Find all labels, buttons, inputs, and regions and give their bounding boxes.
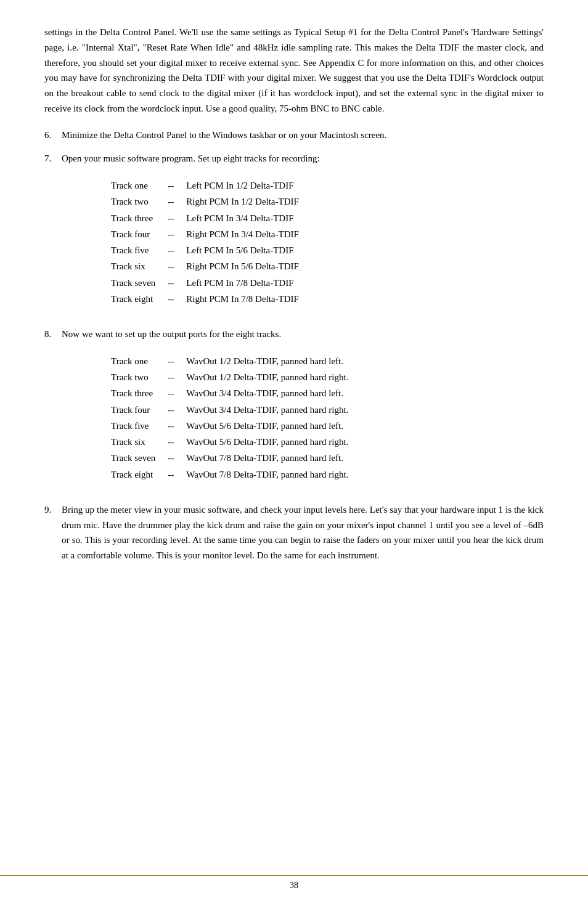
track-value: Left PCM In 1/2 Delta-TDIF xyxy=(186,177,299,194)
track-name: Track eight xyxy=(111,467,168,483)
track-sep: -- xyxy=(168,369,186,385)
track-row: Track two -- WavOut 1/2 Delta-TDIF, pann… xyxy=(111,369,348,385)
track-row: Track one -- Left PCM In 1/2 Delta-TDIF xyxy=(111,177,299,194)
track-row: Track five -- Left PCM In 5/6 Delta-TDIF xyxy=(111,242,299,258)
page-number: 38 xyxy=(290,881,298,890)
track-row: Track three -- WavOut 3/4 Delta-TDIF, pa… xyxy=(111,385,348,401)
track-row: Track seven -- Left PCM In 7/8 Delta-TDI… xyxy=(111,275,299,291)
track-row: Track two -- Right PCM In 1/2 Delta-TDIF xyxy=(111,194,299,210)
track-name: Track four xyxy=(111,402,168,418)
track-sep: -- xyxy=(168,194,186,210)
track-row: Track one -- WavOut 1/2 Delta-TDIF, pann… xyxy=(111,353,348,369)
track-name: Track five xyxy=(111,418,168,434)
track-sep: -- xyxy=(168,467,186,483)
list-item-9: 9. Bring up the meter view in your music… xyxy=(44,502,544,563)
track-name: Track one xyxy=(111,177,168,194)
item-7-text: Open your music software program. Set up… xyxy=(62,151,544,318)
numbered-list: 6. Minimize the Delta Control Panel to t… xyxy=(44,128,544,563)
track-sep: -- xyxy=(168,385,186,401)
track-sep: -- xyxy=(168,226,186,242)
track-sep: -- xyxy=(168,353,186,369)
track-value: Right PCM In 7/8 Delta-TDIF xyxy=(186,291,299,307)
page-footer: 38 xyxy=(0,875,588,891)
track-value: WavOut 3/4 Delta-TDIF, panned hard left. xyxy=(186,385,348,401)
output-tracks-table: Track one -- WavOut 1/2 Delta-TDIF, pann… xyxy=(111,353,348,483)
track-sep: -- xyxy=(168,434,186,450)
track-sep: -- xyxy=(168,402,186,418)
item-8-number: 8. xyxy=(44,327,62,494)
item-7-number: 7. xyxy=(44,151,62,318)
track-name: Track four xyxy=(111,226,168,242)
track-sep: -- xyxy=(168,258,186,274)
track-name: Track eight xyxy=(111,291,168,307)
track-sep: -- xyxy=(168,242,186,258)
track-value: WavOut 5/6 Delta-TDIF, panned hard right… xyxy=(186,434,348,450)
track-value: Right PCM In 3/4 Delta-TDIF xyxy=(186,226,299,242)
track-value: WavOut 5/6 Delta-TDIF, panned hard left. xyxy=(186,418,348,434)
track-row: Track eight -- WavOut 7/8 Delta-TDIF, pa… xyxy=(111,467,348,483)
track-row: Track seven -- WavOut 7/8 Delta-TDIF, pa… xyxy=(111,450,348,466)
track-value: Right PCM In 5/6 Delta-TDIF xyxy=(186,258,299,274)
item-9-text: Bring up the meter view in your music so… xyxy=(62,502,544,563)
track-name: Track five xyxy=(111,242,168,258)
list-item-6: 6. Minimize the Delta Control Panel to t… xyxy=(44,128,544,143)
track-row: Track three -- Left PCM In 3/4 Delta-TDI… xyxy=(111,210,299,226)
track-value: WavOut 1/2 Delta-TDIF, panned hard right… xyxy=(186,369,348,385)
track-name: Track two xyxy=(111,194,168,210)
track-name: Track three xyxy=(111,385,168,401)
track-row: Track five -- WavOut 5/6 Delta-TDIF, pan… xyxy=(111,418,348,434)
track-name: Track one xyxy=(111,353,168,369)
item-9-number: 9. xyxy=(44,502,62,563)
track-row: Track eight -- Right PCM In 7/8 Delta-TD… xyxy=(111,291,299,307)
track-row: Track six -- WavOut 5/6 Delta-TDIF, pann… xyxy=(111,434,348,450)
track-row: Track six -- Right PCM In 5/6 Delta-TDIF xyxy=(111,258,299,274)
track-name: Track seven xyxy=(111,450,168,466)
track-row: Track four -- Right PCM In 3/4 Delta-TDI… xyxy=(111,226,299,242)
item-6-text: Minimize the Delta Control Panel to the … xyxy=(62,128,544,143)
track-value: WavOut 1/2 Delta-TDIF, panned hard left. xyxy=(186,353,348,369)
track-value: Right PCM In 1/2 Delta-TDIF xyxy=(186,194,299,210)
input-tracks-table: Track one -- Left PCM In 1/2 Delta-TDIF … xyxy=(111,177,299,307)
track-name: Track two xyxy=(111,369,168,385)
track-value: Left PCM In 7/8 Delta-TDIF xyxy=(186,275,299,291)
track-name: Track six xyxy=(111,434,168,450)
track-sep: -- xyxy=(168,450,186,466)
track-name: Track six xyxy=(111,258,168,274)
track-value: WavOut 7/8 Delta-TDIF, panned hard right… xyxy=(186,467,348,483)
page-content: settings in the Delta Control Panel. We'… xyxy=(0,0,588,609)
track-value: WavOut 7/8 Delta-TDIF, panned hard left. xyxy=(186,450,348,466)
track-name: Track seven xyxy=(111,275,168,291)
track-name: Track three xyxy=(111,210,168,226)
list-item-7: 7. Open your music software program. Set… xyxy=(44,151,544,318)
intro-paragraph: settings in the Delta Control Panel. We'… xyxy=(44,25,544,116)
track-sep: -- xyxy=(168,291,186,307)
track-value: Left PCM In 3/4 Delta-TDIF xyxy=(186,210,299,226)
track-row: Track four -- WavOut 3/4 Delta-TDIF, pan… xyxy=(111,402,348,418)
track-sep: -- xyxy=(168,177,186,194)
item-8-text: Now we want to set up the output ports f… xyxy=(62,327,544,494)
track-value: WavOut 3/4 Delta-TDIF, panned hard right… xyxy=(186,402,348,418)
list-item-8: 8. Now we want to set up the output port… xyxy=(44,327,544,494)
track-sep: -- xyxy=(168,275,186,291)
track-sep: -- xyxy=(168,210,186,226)
item-6-number: 6. xyxy=(44,128,62,143)
track-value: Left PCM In 5/6 Delta-TDIF xyxy=(186,242,299,258)
track-sep: -- xyxy=(168,418,186,434)
